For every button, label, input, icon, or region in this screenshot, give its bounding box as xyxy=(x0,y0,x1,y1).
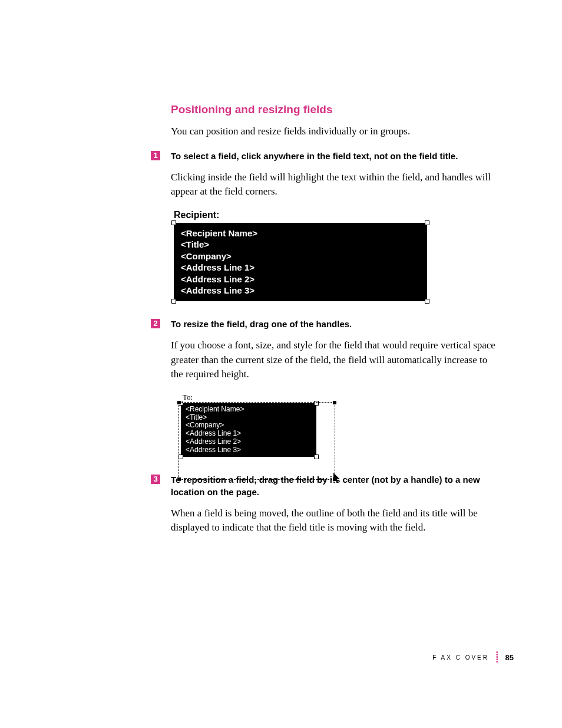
field-placeholder-line: <Title> xyxy=(181,239,420,251)
step-2-body: If you choose a font, size, and style fo… xyxy=(171,338,501,382)
resize-handle-icon xyxy=(425,220,429,225)
figure-recipient-selected: Recipient: <Recipient Name> <Title> <Com… xyxy=(174,210,509,301)
field-placeholder-line: <Address Line 3> xyxy=(181,285,420,297)
step-3-body: When a field is being moved, the outline… xyxy=(171,506,501,535)
pointer-cursor-icon xyxy=(333,473,342,486)
footer-dots-icon: ••••• xyxy=(496,651,498,663)
step-instruction: To resize the field, drag one of the han… xyxy=(171,318,501,330)
figure1-field-box: <Recipient Name> <Title> <Company> <Addr… xyxy=(174,223,427,301)
section-heading: Positioning and resizing fields xyxy=(171,103,509,116)
step-1-body: Clicking inside the field will highlight… xyxy=(171,170,501,199)
resize-handle-icon xyxy=(177,477,181,482)
footer-page-number: 85 xyxy=(505,653,514,662)
page-footer: F AX C OVER ••••• 85 xyxy=(432,651,514,663)
field-placeholder-line: <Address Line 2> xyxy=(181,274,420,285)
resize-outline-dashed xyxy=(178,402,335,480)
figure-resize-drag: To: <Recipient Name> <Title> <Company> <… xyxy=(174,393,339,457)
resize-handle-icon xyxy=(425,299,429,304)
field-placeholder-line: <Company> xyxy=(181,251,420,262)
step-instruction: To select a field, click anywhere in the… xyxy=(171,150,501,162)
figure1-label: Recipient: xyxy=(174,210,509,220)
resize-handle-icon xyxy=(332,400,337,405)
intro-paragraph: You can position and resize fields indiv… xyxy=(171,124,501,139)
resize-handle-icon xyxy=(171,299,176,304)
field-placeholder-line: <Address Line 1> xyxy=(181,262,420,274)
resize-handle-icon xyxy=(177,400,181,405)
footer-section-name: F AX C OVER xyxy=(432,654,489,661)
step-number-badge: 2 xyxy=(151,319,160,328)
step-1: 1 To select a field, click anywhere in t… xyxy=(53,150,509,162)
step-number-badge: 3 xyxy=(151,475,160,484)
field-placeholder-line: <Recipient Name> xyxy=(181,228,420,239)
step-2: 2 To resize the field, drag one of the h… xyxy=(53,318,509,330)
resize-handle-icon xyxy=(171,220,176,225)
step-number-badge: 1 xyxy=(151,151,160,160)
